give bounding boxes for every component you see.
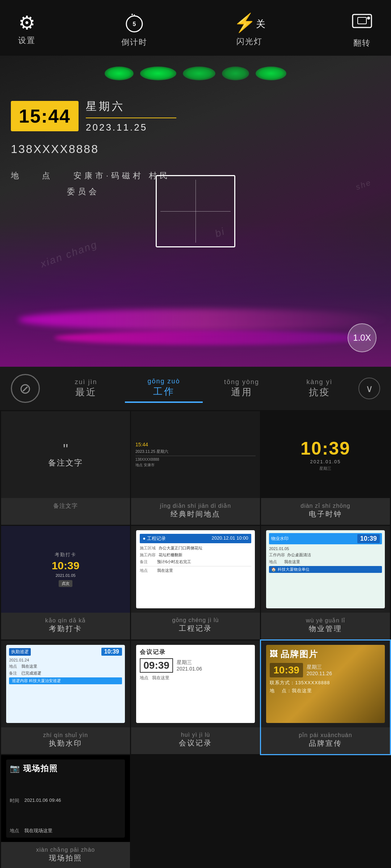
meeting-preview: 会议记录 09:39 星期三2021.01.06 地点 我在这里	[131, 641, 260, 727]
eng-record-card: ● 工程记录 2020.12.01 10:00 施工区域 办公大厦正门口两侧花坛…	[136, 530, 255, 608]
svg-rect-5	[358, 17, 366, 24]
tab-recent[interactable]: zuì jìn 最近	[47, 375, 125, 402]
template-classic[interactable]: 15:44 2023.11.25 星期六 138XXXX8888 地点 安康市 …	[131, 411, 260, 525]
engineering-preview: ● 工程记录 2020.12.01 10:00 施工区域 办公大厦正门口两侧花坛…	[131, 526, 260, 613]
patrol-card: 执勤巡逻 10:39 2021.01.24 地点 我在这里 备注 已完成巡逻 巡…	[6, 645, 125, 723]
mode-tabs: ⊘ zuì jìn 最近 gōng zuò 工作 tōng yòng 通用 kà…	[0, 367, 391, 410]
flash-btn[interactable]: ⚡关 闪光灯	[234, 12, 265, 47]
engineering-label: gōng chéng jì lù 工程记录	[172, 613, 219, 639]
attendance-preview: 考勤打卡 10:39 2021.01.05 贞次	[1, 526, 130, 613]
flash-label: 闪光灯	[236, 36, 262, 47]
viewfinder[interactable]: bi xian chang she 15:44 星期六 2023.11.25 1…	[0, 56, 391, 367]
tab-recent-pinyin: zuì jìn	[47, 378, 125, 386]
template-digital-clock[interactable]: 10:39 2021.01.05 星期三 diàn zǐ shí zhōng 电…	[261, 411, 390, 525]
tab-recent-label: 最近	[47, 386, 125, 399]
template-onsite[interactable]: 📷 现场拍照 时间 2021.01.06 09:46 地点 我在现场这里 xià…	[1, 755, 130, 868]
pink-streak	[18, 309, 391, 331]
current-time: 15:44	[19, 105, 71, 127]
expand-button[interactable]: ∨	[358, 378, 380, 399]
svg-text:5: 5	[133, 21, 136, 27]
phone-overlay: 138XXXX8888	[11, 142, 99, 156]
annotation-label: 备注文字	[53, 498, 78, 516]
weekday-text: 星期六	[86, 99, 176, 114]
template-brand[interactable]: 🖼 品牌图片 10:39 星期三2020.11.26 联系方式：135XXXX8…	[261, 641, 390, 754]
template-attendance[interactable]: 考勤打卡 10:39 2021.01.05 贞次 kǎo qín dǎ kǎ 考…	[1, 526, 130, 639]
onsite-label: xiàn chǎng pāi zhào 现场拍照	[36, 842, 95, 868]
classic-label: jīng diǎn shí jiān dì diǎn 经典时间地点	[160, 498, 231, 525]
template-patrol[interactable]: 执勤巡逻 10:39 2021.01.24 地点 我在这里 备注 已完成巡逻 巡…	[1, 641, 130, 754]
template-annotation[interactable]: " 备注文字 备注文字	[1, 411, 130, 525]
cancel-icon: ⊘	[19, 380, 31, 397]
tab-work-pinyin: gōng zuò	[125, 378, 203, 385]
prop-card: 物业水印 10:39 2021.01.05 工作内容 办公桌面清洁 地点 我在这…	[266, 530, 385, 608]
digital-label: diàn zǐ shí zhōng 电子时钟	[300, 498, 350, 525]
time-location-box: 15:44 星期六 2023.11.25	[11, 99, 176, 133]
focus-box	[156, 175, 235, 247]
onsite-preview: 📷 现场拍照 时间 2021.01.06 09:46 地点 我在现场这里	[1, 755, 130, 842]
time-badge: 15:44	[11, 101, 79, 131]
brand-card: 🖼 品牌图片 10:39 星期三2020.11.26 联系方式：135XXXX8…	[266, 645, 385, 723]
brand-preview: 🖼 品牌图片 10:39 星期三2020.11.26 联系方式：135XXXX8…	[261, 641, 390, 727]
svg-point-6	[367, 17, 370, 20]
settings-btn[interactable]: ⚙ 设置	[18, 13, 35, 46]
timer-btn[interactable]: 5 倒计时	[121, 12, 147, 47]
attendance-label: kǎo qín dǎ kǎ 考勤打卡	[45, 613, 86, 639]
bottom-panel: ⊘ zuì jìn 最近 gōng zuò 工作 tōng yòng 通用 kà…	[0, 367, 391, 868]
property-label: wù yè guǎn lǐ 物业管理	[306, 613, 345, 639]
zoom-button[interactable]: 1.0X	[348, 323, 377, 352]
onsite-card: 📷 现场拍照 时间 2021.01.06 09:46 地点 我在现场这里	[6, 760, 125, 838]
tab-work-label: 工作	[125, 385, 203, 398]
tab-work[interactable]: gōng zuò 工作	[125, 374, 203, 403]
timer-label: 倒计时	[121, 37, 147, 48]
pink-streak2	[54, 331, 373, 345]
tab-general[interactable]: tōng yòng 通用	[203, 375, 281, 402]
gear-icon: ⚙	[18, 13, 35, 32]
brand-icon: 🖼	[270, 650, 278, 659]
tab-general-label: 通用	[203, 386, 281, 399]
toolbar: ⚙ 设置 5 倒计时 ⚡关 闪光灯 翻转	[0, 0, 391, 56]
template-property[interactable]: 物业水印 10:39 2021.01.05 工作内容 办公桌面清洁 地点 我在这…	[261, 526, 390, 639]
settings-label: 设置	[18, 35, 35, 46]
tab-anti-epidemic[interactable]: kàng yì 抗疫	[281, 375, 358, 402]
brand-label: pǐn pái xuānchuán 品牌宣传	[299, 727, 352, 754]
timer-icon: 5	[123, 12, 145, 34]
tab-anti-pinyin: kàng yì	[281, 378, 358, 386]
green-blobs	[0, 63, 391, 80]
digital-content: 10:39 2021.01.05 星期三	[300, 438, 350, 471]
zoom-label: 1.0X	[353, 333, 371, 343]
classic-preview: 15:44 2023.11.25 星期六 138XXXX8888 地点 安康市	[131, 411, 260, 498]
address-label: 地 点	[11, 171, 68, 180]
date-divider	[86, 118, 176, 118]
address-overlay: 地 点 安康市·码磁村 村民 委员会	[11, 168, 171, 200]
date-text: 2023.11.25	[86, 122, 176, 133]
digital-preview: 10:39 2021.01.05 星期三	[261, 411, 390, 498]
template-engineering[interactable]: ● 工程记录 2020.12.01 10:00 施工区域 办公大厦正门口两侧花坛…	[131, 526, 260, 639]
tab-general-pinyin: tōng yòng	[203, 378, 281, 386]
chevron-down-icon: ∨	[366, 383, 373, 395]
annotation-preview: " 备注文字	[1, 411, 130, 498]
flip-btn[interactable]: 翻转	[351, 11, 373, 48]
patrol-preview: 执勤巡逻 10:39 2021.01.24 地点 我在这里 备注 已完成巡逻 巡…	[1, 641, 130, 727]
property-preview: 物业水印 10:39 2021.01.05 工作内容 办公桌面清洁 地点 我在这…	[261, 526, 390, 613]
camera-icon: 📷	[10, 764, 20, 773]
date-info: 星期六 2023.11.25	[86, 99, 176, 133]
meeting-card: 会议记录 09:39 星期三2021.01.06 地点 我在这里	[136, 645, 255, 723]
annotation-content: " 备注文字	[41, 434, 90, 476]
cancel-button[interactable]: ⊘	[11, 374, 40, 403]
flash-icon: ⚡关	[234, 12, 265, 33]
patrol-label: zhí qín shuǐ yìn 执勤水印	[43, 727, 88, 754]
address-value2: 委员会	[11, 187, 100, 196]
template-grid: " 备注文字 备注文字 15:44 2023.11.25 星期六 138XXXX…	[0, 410, 391, 868]
tab-anti-label: 抗疫	[281, 386, 358, 399]
template-meeting[interactable]: 会议记录 09:39 星期三2021.01.06 地点 我在这里 huì yì …	[131, 641, 260, 754]
svg-rect-4	[353, 14, 371, 27]
flip-label: 翻转	[353, 38, 371, 48]
flip-icon	[351, 11, 373, 35]
meeting-label: huì yì jì lù 会议记录	[179, 727, 212, 754]
